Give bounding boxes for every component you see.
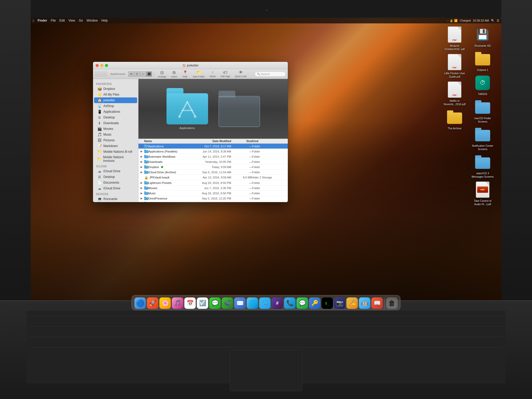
dock-twitter[interactable]: 🐦 [259, 297, 271, 309]
menu-view[interactable]: View [68, 19, 75, 22]
kind-column-header[interactable]: Kind [252, 139, 286, 143]
sidebar-item-pictures[interactable]: 🖼 Pictures [94, 137, 137, 143]
share-button[interactable]: ↑ Share [208, 70, 217, 78]
dock-finder[interactable]: 🔵 [135, 297, 146, 309]
apple-menu[interactable]:  [33, 19, 34, 23]
forward-button[interactable]: › [101, 71, 107, 77]
quick-look-button[interactable]: 👁 Quick Look [233, 70, 248, 78]
dock-launchpad[interactable]: 🚀 [147, 297, 158, 309]
sidebar-item-mobile-nations-invoices[interactable]: 📁 Mobile Nations Invoices [94, 155, 137, 163]
dock-lightroom[interactable]: 📷 [334, 297, 345, 309]
dock-trash[interactable]: 🗑 [386, 297, 398, 309]
desktop-icon-watchos[interactable]: watchOS 3Messages Screens [470, 153, 496, 178]
minimize-button[interactable] [100, 64, 103, 67]
desktop-icon-the-archive[interactable]: The Archive [442, 108, 468, 130]
sidebar-item-music[interactable]: 🎵 Music [94, 132, 137, 137]
desktop-icon-notif-center[interactable]: Notification CenterScreens [470, 125, 496, 151]
file-row-dropbox[interactable]: ▶ Dropbox Today, 9:09 AM — Folder [138, 164, 288, 170]
sidebar-item-rocinante[interactable]: 💻 Rocinante [94, 196, 137, 202]
dock-mail[interactable]: ✉️ [234, 297, 246, 309]
expand-dropbox[interactable]: ▶ [141, 165, 144, 168]
file-row-omnipresence[interactable]: ▶ OmniPresence Sep 5, 2016, 12:25 PM — F… [138, 196, 288, 201]
dock-photos[interactable]: 🌸 [159, 297, 171, 309]
sidebar-item-joekeller[interactable]: 🏠 joekeller [94, 97, 137, 103]
desktop-icon-outpost1[interactable]: Outpost 1 [470, 50, 496, 72]
file-row-jpkvault[interactable]: 🔒 JPKVault.hvault Apr 13, 2016, 9:58 AM … [138, 175, 288, 180]
dock-reeder[interactable]: 📖 [371, 297, 383, 309]
expand-icloud-archive[interactable]: ▶ [141, 171, 144, 174]
back-button[interactable]: ‹ [95, 71, 101, 77]
dock-slack[interactable]: # [272, 297, 283, 309]
trackpad[interactable] [230, 350, 302, 391]
sidebar-item-documents[interactable]: 📄 Documents [94, 180, 137, 185]
desktop-icon-macos-finder[interactable]: macOS FinderScreens [470, 98, 496, 123]
size-column-header[interactable]: Size [231, 139, 252, 143]
dock-messages[interactable]: 💬 [209, 297, 221, 309]
name-column-header[interactable]: Name [144, 139, 190, 143]
sidebar-item-icloud-desktop[interactable]: 🖥 Desktop [94, 174, 137, 180]
spotlight-icon[interactable]: 🔍 [491, 19, 495, 22]
file-row-applications[interactable]: ▶ Applications Oct 7, 2016, 9:17 AM — Fo… [138, 144, 288, 149]
dock-reminders[interactable]: ☑️ [197, 297, 208, 309]
desktop-icon-little-flocker[interactable]: PDF Little Flocker UserGuide.pdf [442, 53, 468, 78]
menu-file[interactable]: File [51, 19, 56, 22]
add-tags-button[interactable]: 🏷 Add Tags [219, 70, 232, 78]
sidebar-item-mobile-nations-broll[interactable]: 📁 Mobile Nations B-roll [94, 149, 137, 155]
dock-facetime[interactable]: 📹 [222, 297, 233, 309]
desktop-icon-tardis[interactable]: ⏱ TARDIS [470, 74, 496, 96]
menu-edit[interactable]: Edit [59, 19, 65, 22]
sidebar-item-downloads[interactable]: ⬇ Downloads [94, 120, 137, 126]
menu-window[interactable]: Window [87, 19, 98, 22]
file-row-music[interactable]: ▶ Music Aug 18, 2016, 8:50 PM — Folder [138, 191, 288, 196]
dock-whatsapp[interactable]: 💬 [297, 297, 308, 309]
desktop-icon-netflix-pdf[interactable]: PDF Netflix inNovemb...2016.pdf [442, 81, 468, 106]
dock-itunes[interactable]: 🎵 [172, 297, 183, 309]
sidebar-item-applications[interactable]: 📱 Applications [94, 109, 137, 115]
sidebar-item-movies[interactable]: 🎬 Movies [94, 126, 137, 132]
expand-movies[interactable]: ▶ [141, 187, 144, 189]
file-row-downloads[interactable]: ▶ Downloads Yesterday, 10:05 PM — Folder [138, 159, 288, 164]
sidebar-item-all-my-files[interactable]: ⭐ All My Files [94, 92, 137, 97]
file-row-movies[interactable]: ▶ Movies Jun 7, 2016, 3:36 PM — Folder [138, 185, 288, 191]
sidebar-item-markdown[interactable]: 📝 Markdown [94, 143, 137, 149]
view-list-btn[interactable]: ☰ [134, 71, 140, 77]
expand-lightroom[interactable]: ▶ [141, 181, 144, 184]
sidebar-item-icloud-drive2[interactable]: ☁ iCloud Drive [94, 185, 137, 191]
arrange-button[interactable]: ⊟ Arrange [156, 70, 168, 78]
desktop-icon-audio-pdf[interactable]: PDF Take Control ofAudio Hi...l.pdf [470, 181, 496, 206]
maximize-button[interactable] [105, 64, 108, 67]
sidebar-item-desktop[interactable]: 🖥 Desktop [94, 115, 137, 120]
dock-terminal[interactable]: $_ [322, 297, 333, 309]
action-button[interactable]: ⚙ Action [169, 70, 179, 78]
sidebar-item-icloud-drive[interactable]: ☁ iCloud Drive [94, 168, 137, 174]
close-button[interactable] [96, 64, 99, 67]
file-row-applications-parallels[interactable]: ▶ Applications (Parallels) Jun 14, 2016,… [138, 149, 288, 154]
file-row-icloud-archive[interactable]: ▶ iCloud Drive (Archive) Sep 6, 2016, 11… [138, 170, 288, 175]
search-box[interactable]: 🔍 Search [255, 71, 286, 77]
file-row-lightroom[interactable]: ▶ Lightroom Presets Aug 18, 2016, 8:50 P… [138, 180, 288, 185]
dock-calendar[interactable]: 📅 [184, 297, 196, 309]
file-row-onedrive[interactable]: ▶ OneDrive Jun 23, 2015, 3:16 PM — Folde… [138, 201, 288, 202]
date-column-header[interactable]: Date Modified [190, 139, 231, 143]
dock-tweetbot[interactable]: 🤖 [359, 297, 370, 309]
dock-skype[interactable]: 📞 [284, 297, 296, 309]
sidebar-item-airdrop[interactable]: 📡 AirDrop [94, 103, 137, 109]
desktop-icon-rocinante-hd[interactable]: 💾 Rocinante HD [470, 25, 496, 48]
expand-applications[interactable]: ▶ [141, 145, 144, 148]
path-button[interactable]: 📍 Path [181, 70, 190, 78]
expand-music[interactable]: ▶ [141, 192, 144, 195]
menu-go[interactable]: Go [79, 19, 83, 22]
expand-applications-parallels[interactable]: ▶ [141, 150, 144, 153]
sidebar-item-remote-disc[interactable]: 💿 Remote Disc [94, 202, 137, 202]
view-icon-btn[interactable]: ⊞ [128, 71, 134, 77]
menu-help[interactable]: Help [101, 19, 108, 22]
dock-ulysses[interactable]: ✍️ [347, 297, 358, 309]
new-folder-button[interactable]: 📁 New Folder [191, 70, 207, 78]
sidebar-item-dropbox[interactable]: 📦 Dropbox [94, 86, 137, 92]
notification-center-icon[interactable]: ☰ [497, 19, 499, 22]
view-cover-btn[interactable]: ⬛ [146, 71, 152, 77]
view-column-btn[interactable]: ⫾ [140, 71, 146, 77]
menu-finder[interactable]: Finder [38, 19, 47, 22]
expand-omnipresence[interactable]: ▶ [141, 197, 144, 200]
dock-1password[interactable]: 🔑 [309, 297, 321, 309]
